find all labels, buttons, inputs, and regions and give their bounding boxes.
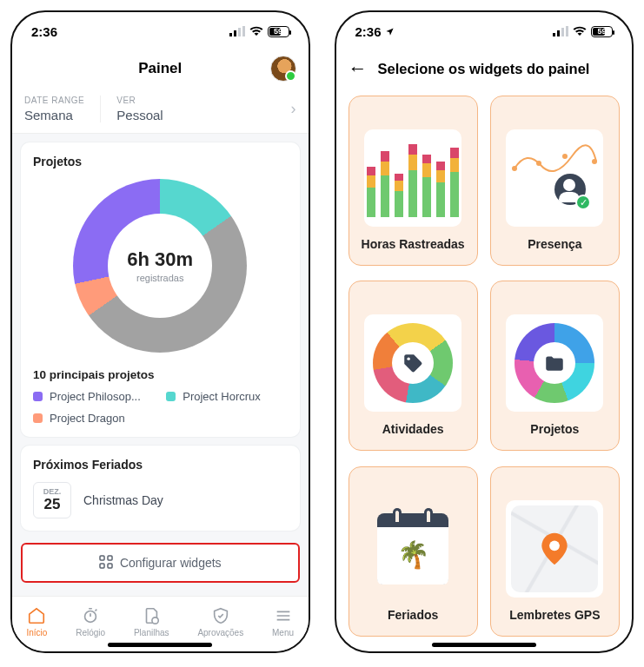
back-button[interactable]: ← (349, 57, 368, 80)
shield-check-icon (211, 606, 230, 625)
phone-left: 2:36 59 Painel DATE RANGE Semana (10, 10, 310, 653)
avatar[interactable] (270, 56, 296, 82)
tab-menu[interactable]: Menu (272, 606, 294, 637)
battery-icon: 59 (268, 26, 289, 37)
statusbar: 2:36 59 (12, 12, 309, 50)
status-icons: 59 (229, 24, 289, 39)
donut-center: 6h 30m registradas (108, 214, 212, 318)
svg-rect-2 (238, 28, 241, 36)
tab-approvals[interactable]: Aprovações (197, 606, 243, 637)
tab-label: Aprovações (197, 628, 243, 637)
legend-chip (166, 392, 176, 401)
configure-widgets-button[interactable]: Configurar widgets (21, 543, 300, 583)
svg-rect-3 (242, 26, 245, 36)
tab-label: Menu (272, 628, 294, 637)
widget-gps[interactable]: Lembretes GPS (490, 466, 620, 637)
content: DATE RANGE Semana VER Pessoal › Projetos… (12, 87, 309, 596)
widgets-icon (99, 555, 113, 571)
projects-title: Projetos (33, 155, 288, 168)
svg-point-18 (408, 358, 410, 360)
svg-point-15 (536, 161, 541, 166)
donut-value: 6h 30m (127, 248, 193, 271)
widget-label: Atividades (382, 422, 444, 436)
widget-tracked-hours[interactable]: Horas Rastreadas (349, 96, 478, 266)
home-indicator (432, 643, 536, 647)
tab-home[interactable]: Início (26, 606, 47, 637)
donut-sub: registradas (136, 273, 183, 283)
tab-label: Início (26, 628, 47, 637)
svg-rect-10 (553, 33, 555, 36)
svg-point-17 (592, 159, 597, 164)
legend-chip (33, 413, 43, 423)
svg-rect-6 (100, 564, 104, 568)
status-time: 2:36 (31, 24, 57, 39)
holiday-row[interactable]: DEZ. 25 Christmas Day (33, 482, 288, 518)
holiday-date: DEZ. 25 (33, 482, 71, 518)
header: ← Selecione os widgets do painel (336, 50, 633, 87)
document-icon (142, 606, 161, 625)
svg-point-16 (562, 154, 568, 159)
svg-rect-1 (234, 30, 236, 36)
presence-icon: ✓ (506, 129, 603, 227)
filter-date[interactable]: DATE RANGE Semana (24, 96, 84, 122)
filter-date-label: DATE RANGE (24, 96, 84, 105)
status-icons: 59 (553, 24, 613, 39)
widget-label: Projetos (530, 422, 579, 436)
holiday-day: 25 (41, 496, 63, 513)
svg-rect-7 (108, 564, 112, 568)
signal-icon (553, 24, 568, 39)
legend-item: Project Philosop... (33, 390, 154, 403)
wifi-icon (249, 24, 264, 39)
holidays-card: Próximos Feriados DEZ. 25 Christmas Day (21, 446, 300, 531)
widget-grid: Horas Rastreadas ✓ Presença Atividades (336, 87, 633, 651)
widget-label: Horas Rastreadas (362, 237, 465, 251)
stopwatch-icon (81, 606, 100, 625)
filters[interactable]: DATE RANGE Semana VER Pessoal › (12, 87, 309, 134)
legend-item: Project Horcrux (166, 390, 287, 403)
widget-activities[interactable]: Atividades (349, 281, 478, 451)
status-time: 2:36 (355, 24, 395, 39)
tab-label: Relógio (76, 628, 105, 637)
battery-icon: 59 (591, 26, 613, 37)
svg-rect-13 (566, 26, 568, 36)
filter-view-label: VER (116, 96, 163, 105)
legend-label: Project Philosop... (50, 390, 141, 403)
widget-label: Feriados (388, 608, 438, 622)
legend-chip (33, 392, 43, 401)
legend: Project Philosop... Project Horcrux Proj… (33, 390, 288, 425)
legend-item: Project Dragon (33, 412, 154, 425)
holiday-name: Christmas Day (83, 493, 163, 507)
page-title: Painel (138, 60, 182, 77)
svg-rect-12 (561, 28, 564, 36)
activities-icon (364, 314, 461, 412)
widget-label: Presença (528, 237, 581, 251)
widget-holidays[interactable]: 🌴 Feriados (349, 466, 478, 637)
widget-presence[interactable]: ✓ Presença (490, 96, 620, 266)
svg-rect-4 (100, 556, 104, 560)
svg-rect-5 (108, 556, 112, 560)
filter-date-value: Semana (24, 108, 84, 122)
svg-rect-11 (557, 30, 560, 36)
filter-view[interactable]: VER Pessoal (116, 96, 163, 122)
signal-icon (229, 24, 245, 39)
home-indicator (108, 643, 212, 647)
phone-right: 2:36 59 ← Selecione os widgets do painel (335, 10, 634, 653)
filter-view-value: Pessoal (116, 108, 163, 122)
svg-point-9 (152, 617, 158, 623)
chevron-right-icon: › (291, 100, 296, 118)
top-projects-title: 10 principais projetos (33, 368, 288, 381)
tab-sheets[interactable]: Planilhas (134, 606, 169, 637)
projects-card: Projetos 6h 30m registradas 10 principai… (21, 142, 300, 437)
projects-icon (506, 314, 603, 412)
wifi-icon (572, 24, 588, 39)
widget-label: Lembretes GPS (509, 608, 600, 622)
header: Painel (12, 50, 309, 87)
configure-label: Configurar widgets (120, 556, 222, 570)
widget-projects[interactable]: Projetos (490, 281, 620, 451)
holiday-month: DEZ. (41, 487, 63, 496)
legend-label: Project Dragon (50, 412, 125, 425)
svg-rect-0 (229, 33, 232, 36)
holidays-title: Próximos Feriados (33, 458, 288, 472)
tab-clock[interactable]: Relógio (76, 606, 105, 637)
menu-icon (274, 606, 293, 625)
